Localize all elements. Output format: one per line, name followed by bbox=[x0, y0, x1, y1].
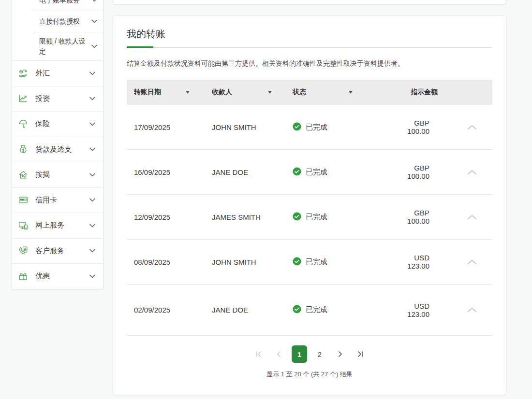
column-header-label: 状态 bbox=[293, 88, 306, 97]
table-row: 08/09/2025JOHN SMITH已完成USD 123.00 bbox=[127, 240, 492, 285]
chevron-down-icon bbox=[89, 71, 95, 75]
cell-recipient: JAMES SMITH bbox=[212, 213, 293, 221]
chevron-down-icon bbox=[89, 122, 95, 126]
sort-dropdown-icon[interactable] bbox=[268, 91, 272, 94]
table-row: 16/09/2025JANE DOE已完成GBP 100.00 bbox=[127, 150, 492, 195]
chevron-down-icon bbox=[89, 97, 95, 100]
cell-amount: USD 123.00 bbox=[397, 302, 451, 318]
insurance-icon bbox=[18, 119, 29, 129]
column-header-date: 转账日期 bbox=[127, 80, 212, 105]
sidebar-subitem-1[interactable]: 直接付款授权 bbox=[12, 11, 103, 32]
sidebar-item-offers[interactable]: 优惠 bbox=[12, 263, 103, 289]
sidebar-item-customer-service[interactable]: 客户服务 bbox=[12, 238, 103, 264]
cell-status: 已完成 bbox=[293, 257, 397, 267]
credit-card-icon bbox=[18, 195, 29, 205]
cell-amount: GBP 100.00 bbox=[397, 119, 451, 135]
sidebar-subgroup: 电子账单服务直接付款授权限额 / 收款人设定 bbox=[12, 0, 103, 60]
cell-recipient: JANE DOE bbox=[212, 168, 293, 176]
sidebar-item-loans[interactable]: 贷款及透支 bbox=[12, 137, 103, 162]
svg-text:FX: FX bbox=[20, 71, 22, 73]
pagination-prev-button[interactable] bbox=[271, 345, 287, 363]
sidebar-subitem-2[interactable]: 限额 / 收款人设定 bbox=[12, 32, 103, 60]
table-body: 17/09/2025JOHN SMITH已完成GBP 100.0016/09/2… bbox=[127, 105, 492, 336]
cell-amount: GBP 100.00 bbox=[397, 209, 451, 225]
investment-icon bbox=[18, 93, 29, 104]
chevron-down-icon bbox=[89, 224, 95, 228]
sidebar-subitem-0[interactable]: 电子账单服务 bbox=[12, 0, 103, 11]
top-card-edge bbox=[113, 0, 506, 5]
sidebar-item-mortgage[interactable]: 按揭 bbox=[12, 162, 103, 187]
collapse-row-button[interactable] bbox=[464, 122, 480, 132]
cell-status: 已完成 bbox=[293, 122, 397, 132]
offers-icon bbox=[18, 271, 29, 282]
sidebar-item-insurance[interactable]: 保险 bbox=[12, 111, 103, 137]
collapse-row-button[interactable] bbox=[464, 305, 480, 315]
title-rule-line bbox=[127, 47, 492, 48]
cell-status: 已完成 bbox=[293, 305, 397, 315]
status-check-icon bbox=[293, 257, 301, 267]
sidebar-item-label: 外汇 bbox=[35, 69, 89, 78]
status-check-icon bbox=[293, 122, 301, 132]
pagination-page-2[interactable]: 2 bbox=[312, 345, 327, 363]
customer-service-icon bbox=[18, 245, 29, 256]
cell-recipient: JOHN SMITH bbox=[212, 123, 293, 131]
sidebar-item-label: 按揭 bbox=[35, 170, 89, 179]
cell-transfer-date: 16/09/2025 bbox=[127, 168, 212, 176]
sidebar-item-fx[interactable]: FX外汇 bbox=[12, 60, 103, 86]
status-label: 已完成 bbox=[306, 123, 327, 132]
sidebar: 电子账单服务直接付款授权限额 / 收款人设定 FX外汇投资保险贷款及透支按揭信用… bbox=[12, 0, 103, 289]
status-label: 已完成 bbox=[306, 168, 327, 177]
status-label: 已完成 bbox=[306, 213, 327, 222]
table-row: 02/09/2025JANE DOE已完成USD 123.00 bbox=[127, 285, 492, 336]
sidebar-item-online-services[interactable]: 网上服务 bbox=[12, 213, 103, 238]
status-label: 已完成 bbox=[306, 305, 327, 314]
sidebar-subitem-label: 限额 / 收款人设定 bbox=[39, 36, 87, 56]
sidebar-item-investment[interactable]: 投资 bbox=[12, 86, 103, 112]
page-title: 我的转账 bbox=[127, 28, 492, 41]
sort-dropdown-icon[interactable] bbox=[186, 91, 190, 94]
collapse-row-button[interactable] bbox=[464, 167, 480, 177]
cell-transfer-date: 08/09/2025 bbox=[127, 258, 212, 266]
status-check-icon bbox=[293, 305, 301, 315]
sidebar-subitem-label: 电子账单服务 bbox=[39, 0, 80, 5]
sidebar-item-label: 投资 bbox=[35, 94, 89, 103]
cell-recipient: JOHN SMITH bbox=[212, 258, 293, 266]
sidebar-item-credit-card[interactable]: 信用卡 bbox=[12, 187, 103, 213]
sidebar-item-label: 贷款及透支 bbox=[35, 145, 89, 154]
collapse-row-button[interactable] bbox=[464, 212, 480, 222]
sidebar-subitem-label: 直接付款授权 bbox=[39, 16, 80, 26]
chevron-down-icon bbox=[89, 198, 95, 202]
loans-icon bbox=[18, 144, 29, 155]
sidebar-nav: FX外汇投资保险贷款及透支按揭信用卡网上服务客户服务优惠 bbox=[12, 60, 103, 289]
column-header-status: 状态 bbox=[293, 80, 397, 105]
chevron-down-icon bbox=[89, 249, 95, 253]
table-row: 17/09/2025JOHN SMITH已完成GBP 100.00 bbox=[127, 105, 492, 150]
pagination-last-button[interactable] bbox=[353, 345, 368, 363]
sidebar-item-label: 保险 bbox=[35, 119, 89, 128]
chevron-down-icon bbox=[89, 147, 95, 151]
table-header-row: 转账日期收款人状态指示金额 bbox=[127, 80, 492, 105]
sidebar-item-label: 客户服务 bbox=[35, 246, 89, 256]
cell-amount: GBP 100.00 bbox=[397, 164, 451, 180]
collapse-row-button[interactable] bbox=[464, 257, 480, 267]
disclaimer-text: 结算金额及付款状况资料可能由第三方提供。相关资料的准确性及完整性取决于资料提供者… bbox=[127, 58, 492, 68]
sidebar-item-label: 优惠 bbox=[35, 271, 89, 281]
sort-dropdown-icon[interactable] bbox=[349, 91, 353, 94]
transfers-card: 我的转账 结算金额及付款状况资料可能由第三方提供。相关资料的准确性及完整性取决于… bbox=[113, 15, 506, 395]
chevron-down-icon bbox=[89, 274, 95, 278]
cell-transfer-date: 02/09/2025 bbox=[127, 306, 212, 314]
mortgage-icon bbox=[18, 170, 29, 180]
chevron-down-icon bbox=[91, 0, 97, 2]
chevron-down-icon bbox=[89, 173, 95, 177]
fx-icon: FX bbox=[18, 68, 29, 79]
cell-recipient: JANE DOE bbox=[212, 306, 293, 314]
cell-status: 已完成 bbox=[293, 212, 397, 222]
chevron-down-icon bbox=[91, 19, 97, 23]
column-header-amount: 指示金额 bbox=[397, 80, 451, 105]
online-services-icon bbox=[18, 220, 29, 231]
sidebar-item-label: 信用卡 bbox=[35, 196, 89, 205]
pagination-page-1[interactable]: 1 bbox=[292, 345, 307, 363]
pagination-first-button[interactable] bbox=[251, 345, 266, 363]
pagination-next-button[interactable] bbox=[332, 345, 348, 363]
chevron-down-icon bbox=[91, 44, 97, 48]
